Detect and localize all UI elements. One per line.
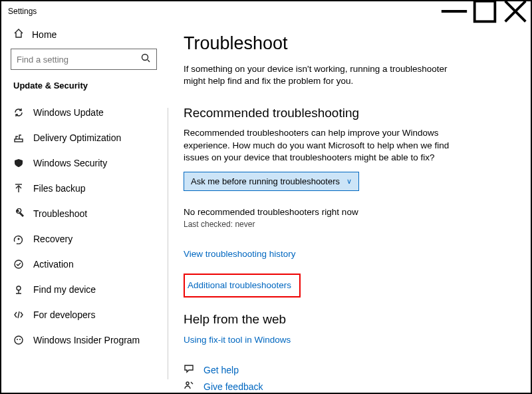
nav-home-label: Home bbox=[32, 29, 57, 40]
insider-icon bbox=[13, 335, 24, 345]
give-feedback-row[interactable]: Give feedback bbox=[184, 380, 507, 393]
location-icon bbox=[13, 284, 24, 295]
svg-point-10 bbox=[15, 260, 23, 268]
get-help-row[interactable]: Get help bbox=[184, 363, 507, 376]
sidebar: Home Update & Security Windows Update De… bbox=[1, 21, 168, 393]
check-circle-icon bbox=[13, 259, 24, 270]
close-button[interactable] bbox=[500, 1, 531, 21]
sidebar-item-find-my-device[interactable]: Find my device bbox=[9, 277, 160, 302]
sidebar-item-label: Windows Insider Program bbox=[33, 335, 140, 345]
search-input[interactable] bbox=[17, 55, 140, 65]
sidebar-item-label: Delivery Optimization bbox=[33, 132, 121, 143]
svg-rect-6 bbox=[15, 139, 23, 142]
sidebar-item-label: Recovery bbox=[33, 234, 72, 244]
sidebar-item-label: Windows Security bbox=[33, 158, 107, 168]
shield-icon bbox=[13, 158, 24, 168]
search-box[interactable] bbox=[11, 49, 157, 70]
feedback-icon bbox=[184, 380, 194, 393]
dropdown-value: Ask me before running troubleshooters bbox=[191, 176, 340, 186]
recommended-status: No recommended troubleshooters right now bbox=[184, 207, 507, 217]
sidebar-item-troubleshoot[interactable]: Troubleshoot bbox=[9, 201, 160, 226]
recommended-heading: Recommended troubleshooting bbox=[184, 106, 507, 120]
svg-line-5 bbox=[148, 60, 150, 62]
additional-troubleshooters-link[interactable]: Additional troubleshooters bbox=[188, 280, 291, 290]
content-area: Troubleshoot If something on your device… bbox=[168, 21, 531, 393]
svg-point-11 bbox=[17, 286, 21, 290]
backup-icon bbox=[13, 183, 24, 194]
chevron-down-icon: ∨ bbox=[346, 177, 352, 186]
intro-text: If something on your device isn't workin… bbox=[184, 63, 469, 87]
recommended-body: Recommended troubleshooters can help imp… bbox=[184, 127, 469, 164]
svg-point-4 bbox=[142, 55, 148, 61]
home-icon bbox=[13, 28, 24, 41]
sidebar-item-label: Find my device bbox=[33, 284, 96, 295]
svg-point-12 bbox=[15, 336, 23, 344]
sidebar-item-label: For developers bbox=[33, 309, 95, 320]
help-heading: Help from the web bbox=[184, 312, 507, 327]
maximize-button[interactable] bbox=[469, 1, 500, 21]
title-bar: Settings bbox=[1, 1, 531, 21]
fixit-link[interactable]: Using fix-it tool in Windows bbox=[184, 335, 291, 345]
sidebar-item-label: Troubleshoot bbox=[33, 208, 87, 219]
sidebar-item-recovery[interactable]: Recovery bbox=[9, 226, 160, 252]
give-feedback-label: Give feedback bbox=[203, 381, 263, 392]
recovery-icon bbox=[13, 234, 24, 244]
minimize-button[interactable] bbox=[439, 1, 469, 21]
wrench-icon bbox=[13, 208, 24, 219]
sidebar-item-label: Files backup bbox=[33, 183, 86, 194]
nav-home[interactable]: Home bbox=[9, 25, 160, 49]
sidebar-item-label: Activation bbox=[33, 259, 74, 270]
delivery-icon bbox=[13, 132, 24, 143]
sidebar-item-for-developers[interactable]: For developers bbox=[9, 302, 160, 327]
search-icon bbox=[140, 53, 151, 66]
last-checked: Last checked: never bbox=[184, 220, 507, 229]
svg-point-13 bbox=[17, 339, 18, 340]
page-title: Troubleshoot bbox=[184, 33, 507, 54]
code-icon bbox=[13, 309, 24, 320]
svg-rect-1 bbox=[475, 1, 495, 22]
sidebar-heading: Update & Security bbox=[9, 81, 160, 100]
sync-icon bbox=[13, 107, 24, 118]
svg-point-15 bbox=[186, 382, 189, 385]
chat-icon bbox=[184, 363, 194, 376]
additional-troubleshooters-highlight: Additional troubleshooters bbox=[184, 274, 301, 297]
get-help-label: Get help bbox=[203, 365, 239, 375]
troubleshoot-preference-dropdown[interactable]: Ask me before running troubleshooters ∨ bbox=[184, 172, 359, 191]
sidebar-item-files-backup[interactable]: Files backup bbox=[9, 176, 160, 201]
sidebar-item-windows-update[interactable]: Windows Update bbox=[9, 100, 160, 125]
sidebar-item-activation[interactable]: Activation bbox=[9, 252, 160, 277]
sidebar-item-label: Windows Update bbox=[33, 107, 104, 118]
sidebar-item-windows-insider[interactable]: Windows Insider Program bbox=[9, 327, 160, 353]
sidebar-item-delivery-optimization[interactable]: Delivery Optimization bbox=[9, 125, 160, 150]
view-history-link[interactable]: View troubleshooting history bbox=[184, 249, 296, 259]
window-title: Settings bbox=[8, 7, 37, 16]
svg-point-14 bbox=[19, 339, 21, 340]
svg-point-9 bbox=[18, 238, 20, 240]
sidebar-item-windows-security[interactable]: Windows Security bbox=[9, 150, 160, 176]
